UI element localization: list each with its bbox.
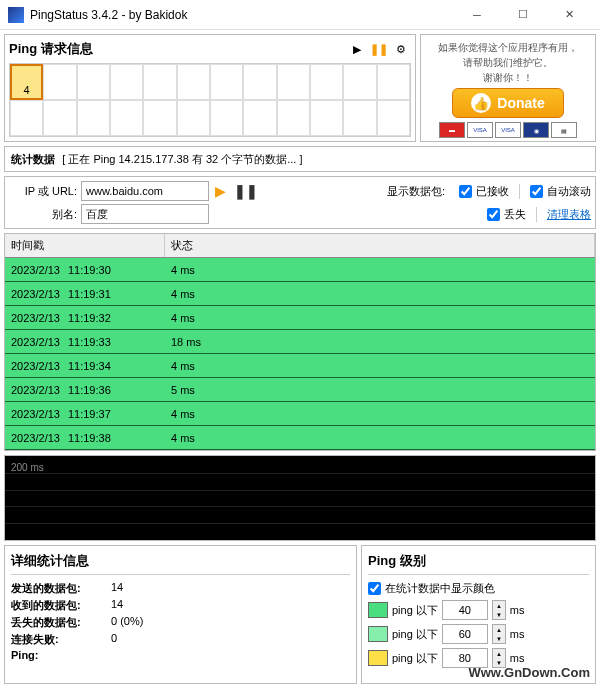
grid-cell-active[interactable]: 4 <box>10 64 43 100</box>
table-row[interactable]: 2023/2/1311:19:374 ms <box>5 402 595 426</box>
level-value-input[interactable] <box>442 600 488 620</box>
table-row[interactable]: 2023/2/1311:19:3318 ms <box>5 330 595 354</box>
col-status[interactable]: 状态 <box>165 234 595 257</box>
payment-cards: ▬ VISA VISA ◉ ▤ <box>439 122 577 138</box>
level-header: Ping 级别 <box>368 552 589 575</box>
titlebar: PingStatus 3.4.2 - by Bakidok ─ ☐ ✕ <box>0 0 600 30</box>
detail-stats-panel: 详细统计信息 发送的数据包:14 收到的数据包:14 丢失的数据包:0 (0%)… <box>4 545 357 684</box>
request-panel: Ping 请求信息 ▶ ❚❚ ⚙ 4 <box>4 34 416 142</box>
donate-text: 谢谢你！！ <box>483 71 533 84</box>
ping-level-panel: Ping 级别 在统计数据中显示颜色 ping 以下 ▲▼ ms ping 以下… <box>361 545 596 684</box>
minimize-button[interactable]: ─ <box>454 0 500 30</box>
spinner[interactable]: ▲▼ <box>492 624 506 644</box>
pause-button[interactable]: ❚❚ <box>234 183 258 199</box>
table-row[interactable]: 2023/2/1311:19:314 ms <box>5 282 595 306</box>
thumb-icon: 👍 <box>471 93 491 113</box>
alias-input[interactable] <box>81 204 209 224</box>
color-swatch <box>368 650 388 666</box>
show-packets-label: 显示数据包: <box>387 184 445 199</box>
request-grid[interactable]: 4 <box>9 63 411 137</box>
donate-panel: 如果你觉得这个应用程序有用， 请帮助我们维护它。 谢谢你！！ 👍 Donate … <box>420 34 596 142</box>
settings-button[interactable]: ⚙ <box>391 39 411 59</box>
level-row: ping 以下 ▲▼ ms <box>368 600 589 620</box>
stats-header: 统计数据 [ 正在 Ping 14.215.177.38 有 32 个字节的数据… <box>4 146 596 172</box>
col-timestamp[interactable]: 时间戳 <box>5 234 165 257</box>
level-row: ping 以下 ▲▼ ms <box>368 648 589 668</box>
url-input[interactable] <box>81 181 209 201</box>
donate-text: 请帮助我们维护它。 <box>463 56 553 69</box>
donate-button[interactable]: 👍 Donate <box>452 88 563 118</box>
table-body[interactable]: 2023/2/1311:19:304 ms2023/2/1311:19:314 … <box>5 258 595 450</box>
lost-checkbox[interactable]: 丢失 <box>487 207 526 222</box>
graph-ylabel: 200 ms <box>11 462 44 473</box>
input-panel: IP 或 URL: ▶ ❚❚ 显示数据包: 已接收 自动滚动 别名: 丢失 清理… <box>4 176 596 229</box>
received-checkbox[interactable]: 已接收 <box>459 184 509 199</box>
level-row: ping 以下 ▲▼ ms <box>368 624 589 644</box>
autoscroll-checkbox[interactable]: 自动滚动 <box>530 184 591 199</box>
spinner[interactable]: ▲▼ <box>492 648 506 668</box>
show-color-checkbox[interactable]: 在统计数据中显示颜色 <box>368 581 589 596</box>
url-label: IP 或 URL: <box>9 184 77 199</box>
alias-label: 别名: <box>9 207 77 222</box>
donate-text: 如果你觉得这个应用程序有用， <box>438 41 578 54</box>
play-all-button[interactable]: ▶ <box>347 39 367 59</box>
table-header: 时间戳 状态 <box>5 234 595 258</box>
detail-header: 详细统计信息 <box>11 552 350 575</box>
spinner[interactable]: ▲▼ <box>492 600 506 620</box>
color-swatch <box>368 602 388 618</box>
pause-all-button[interactable]: ❚❚ <box>369 39 389 59</box>
level-value-input[interactable] <box>442 624 488 644</box>
level-value-input[interactable] <box>442 648 488 668</box>
clear-table-link[interactable]: 清理表格 <box>547 207 591 222</box>
ping-graph: 200 ms <box>4 455 596 541</box>
table-row[interactable]: 2023/2/1311:19:344 ms <box>5 354 595 378</box>
table-row[interactable]: 2023/2/1311:19:365 ms <box>5 378 595 402</box>
ping-table: 时间戳 状态 2023/2/1311:19:304 ms2023/2/1311:… <box>4 233 596 451</box>
maximize-button[interactable]: ☐ <box>500 0 546 30</box>
request-header: Ping 请求信息 <box>9 40 345 58</box>
table-row[interactable]: 2023/2/1311:19:304 ms <box>5 258 595 282</box>
close-button[interactable]: ✕ <box>546 0 592 30</box>
app-icon <box>8 7 24 23</box>
table-row[interactable]: 2023/2/1311:19:384 ms <box>5 426 595 450</box>
color-swatch <box>368 626 388 642</box>
window-title: PingStatus 3.4.2 - by Bakidok <box>30 8 454 22</box>
play-button[interactable]: ▶ <box>215 183 226 199</box>
table-row[interactable]: 2023/2/1311:19:324 ms <box>5 306 595 330</box>
